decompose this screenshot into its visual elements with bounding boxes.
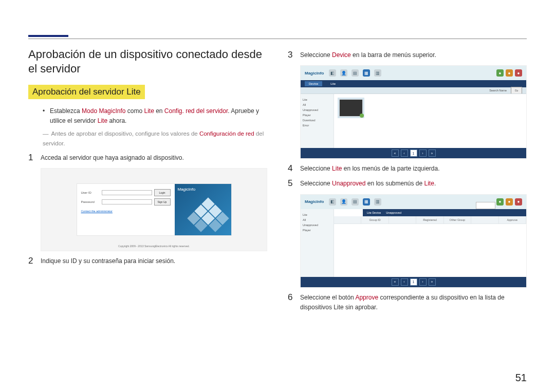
dashboard-icon[interactable]: ◧: [329, 69, 336, 77]
keyword: Approve: [355, 294, 378, 301]
pager: « ‹ 1 › »: [301, 277, 526, 287]
signup-button[interactable]: Sign Up: [154, 198, 171, 206]
pager-prev-icon[interactable]: ‹: [401, 278, 408, 286]
password-input[interactable]: [102, 199, 152, 204]
approve-button[interactable]: Approve: [476, 202, 495, 209]
user-id-input[interactable]: [102, 190, 152, 195]
bullet-item: • Establezca Modo MagicInfo como Lite en…: [43, 106, 267, 126]
step-text: Seleccione: [300, 51, 332, 59]
pager-last-icon[interactable]: »: [429, 278, 436, 286]
sidebar-item[interactable]: Unapproved: [303, 222, 331, 228]
pager-first-icon[interactable]: «: [392, 278, 399, 286]
step-text: Seleccione: [300, 165, 332, 172]
bullet-dot: •: [43, 106, 50, 126]
step-6: 6 Seleccione el botón Approve correspond…: [288, 293, 527, 312]
keyword: Device: [332, 51, 351, 59]
status-green-icon[interactable]: ●: [496, 198, 504, 206]
table-col: Group ID: [361, 216, 388, 223]
header-accent-bar: [28, 35, 68, 37]
note: ― Antes de aprobar el dispositivo, confi…: [43, 129, 267, 148]
pager: « ‹ 1 › »: [301, 148, 526, 158]
sidebar: Lite All Unapproved Player Download Erro…: [301, 94, 334, 148]
sidebar-item[interactable]: Player: [303, 113, 331, 118]
login-copyright: Copyright 2009 - 2013 SamsungElectronics…: [41, 245, 267, 248]
step-text: Seleccione el botón: [300, 294, 355, 301]
content-icon[interactable]: ▤: [351, 198, 359, 206]
step-text: en la barra de menús superior.: [351, 51, 436, 59]
keyword: Config. red del servidor: [164, 107, 228, 115]
step-text: .: [434, 180, 436, 187]
content-icon[interactable]: ▤: [351, 69, 359, 77]
keyword: Lite: [144, 107, 154, 115]
sidebar-item[interactable]: Lite: [303, 97, 331, 102]
tab-lite[interactable]: Lite: [330, 82, 336, 85]
go-button[interactable]: Go: [511, 87, 522, 94]
step-number: 6: [288, 293, 300, 312]
step-number: 5: [288, 179, 300, 189]
step-text: Acceda al servidor que haya asignado al …: [41, 153, 267, 163]
sidebar-item[interactable]: Download: [303, 118, 331, 123]
stats-icon[interactable]: ▥: [374, 69, 381, 77]
sidebar-item[interactable]: All: [303, 102, 331, 107]
device-thumbnail[interactable]: [339, 99, 363, 117]
status-orange-icon[interactable]: ●: [506, 198, 513, 206]
step-1: 1 Acceda al servidor que haya asignado a…: [28, 153, 267, 163]
table-col: [389, 216, 416, 223]
dashboard-icon[interactable]: ◧: [329, 198, 336, 206]
user-icon[interactable]: 👤: [340, 198, 347, 206]
note-text: Antes de aprobar el dispositivo, configu…: [51, 130, 199, 137]
brand-graphic: [193, 199, 224, 230]
sidebar-item[interactable]: Unapproved: [303, 107, 331, 113]
stats-icon[interactable]: ▥: [374, 198, 381, 206]
pager-last-icon[interactable]: »: [429, 150, 436, 157]
step-number: 2: [28, 256, 41, 266]
pager-next-icon[interactable]: ›: [419, 278, 427, 286]
pager-page[interactable]: 1: [410, 278, 417, 286]
login-button[interactable]: Login: [154, 189, 171, 196]
table-col: Approve: [499, 216, 526, 223]
subtab-unapproved[interactable]: Unapproved: [386, 211, 401, 214]
subsection-heading: Aprobación del servidor Lite: [28, 85, 145, 99]
keyword: Lite: [332, 165, 342, 172]
device-icon[interactable]: ▦: [363, 69, 370, 77]
bullet-text: Establezca: [50, 107, 82, 115]
subtab-lite-device[interactable]: Lite Device: [367, 211, 381, 214]
step-number: 3: [288, 50, 300, 60]
pager-prev-icon[interactable]: ‹: [401, 150, 408, 157]
pager-page[interactable]: 1: [410, 150, 417, 157]
sidebar-item[interactable]: Error: [303, 123, 331, 128]
table-col: [471, 216, 498, 223]
pager-first-icon[interactable]: «: [392, 150, 399, 157]
user-icon[interactable]: 👤: [340, 69, 347, 77]
sidebar-item[interactable]: Player: [303, 228, 331, 233]
table-col: Registered: [416, 216, 443, 223]
sidebar-item[interactable]: Lite: [303, 212, 331, 217]
app-logo: MagicInfo: [305, 199, 324, 204]
device-icon[interactable]: ▦: [363, 198, 370, 206]
table-col: Other Group: [444, 216, 471, 223]
section-title: Aprobación de un dispositivo conectado d…: [28, 47, 267, 76]
step-text: Seleccione: [300, 180, 332, 187]
status-orange-icon[interactable]: ●: [506, 69, 513, 77]
screenshot-login: User ID Login Password Sign Up Contact t…: [41, 168, 267, 251]
step-number: 4: [288, 164, 300, 174]
pager-next-icon[interactable]: ›: [419, 150, 427, 157]
contact-admin-link[interactable]: Contact the administrator: [81, 210, 171, 213]
step-text: Indique su ID y su contraseña para inici…: [41, 256, 267, 266]
sidebar: Lite All Unapproved Player: [301, 209, 334, 277]
bullet-text: ahora.: [107, 117, 126, 124]
search-label: Search Name: [489, 89, 507, 92]
bullet-text: como: [125, 107, 144, 115]
sidebar-item[interactable]: All: [303, 217, 331, 222]
status-green-icon[interactable]: ●: [496, 69, 504, 77]
step-5: 5 Seleccione Unapproved en los submenús …: [288, 179, 527, 189]
status-red-icon[interactable]: ●: [515, 198, 522, 206]
status-red-icon[interactable]: ●: [515, 69, 522, 77]
page-number: 51: [515, 372, 527, 384]
keyword: Lite: [98, 117, 107, 124]
screenshot-unapproved: MagicInfo ◧ 👤 ▤ ▦ ▥ ● ● ●: [300, 194, 527, 288]
step-text: en los submenús de: [365, 180, 424, 187]
tab-device[interactable]: Device: [305, 81, 322, 86]
password-label: Password: [81, 200, 100, 203]
keyword: Unapproved: [332, 180, 365, 187]
